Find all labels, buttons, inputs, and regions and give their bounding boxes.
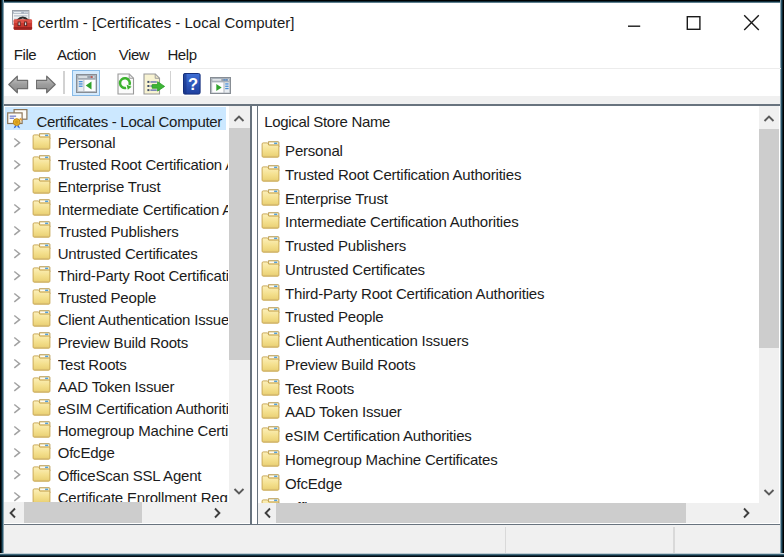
svg-text:?: ? — [187, 74, 197, 92]
